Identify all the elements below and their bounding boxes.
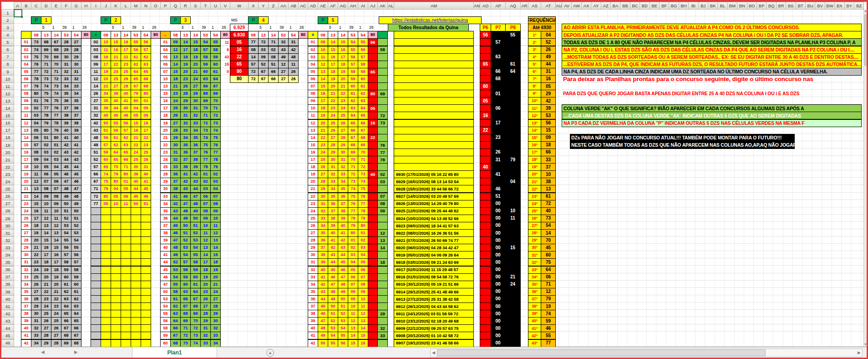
column-header-BN[interactable]: BN [737, 2, 747, 10]
p2-cell-empty[interactable] [101, 281, 111, 288]
p5-cell[interactable]: 75 [358, 185, 368, 193]
p7-cell[interactable]: 00 [491, 273, 505, 281]
p3-index[interactable]: 36 [160, 215, 171, 222]
p3-cell[interactable]: 27 [170, 119, 181, 127]
p5-index[interactable]: 22 [308, 193, 318, 200]
p1-cell[interactable]: 74 [31, 46, 41, 54]
p5-cell[interactable]: 21 [328, 90, 338, 97]
p2-cell[interactable]: 06 [121, 193, 131, 200]
p3-cell[interactable]: 33 [200, 339, 211, 347]
p5-cell[interactable]: 47 [318, 317, 328, 325]
p1-cell[interactable]: 14 [31, 193, 41, 200]
p5-cell[interactable]: 46 [338, 266, 348, 274]
p3-cell[interactable]: 14 [180, 38, 191, 46]
p2-cell-empty[interactable] [121, 339, 131, 347]
p2-cell-empty[interactable] [141, 339, 151, 347]
p2-cell-empty[interactable] [131, 273, 141, 281]
result-row-empty[interactable] [394, 68, 474, 76]
p5-green-flag[interactable]: 73 [377, 119, 388, 127]
p3-index[interactable]: 34 [160, 200, 171, 208]
p3-cell[interactable]: 20 [200, 281, 211, 288]
draw-ball[interactable]: 05 [230, 38, 249, 46]
p5-green-flag[interactable]: 77 [377, 149, 388, 156]
p2-cell-empty[interactable] [141, 288, 151, 296]
p5-cell[interactable]: 51 [338, 303, 348, 310]
p2-cell-empty[interactable] [121, 281, 131, 288]
p2-cell[interactable]: 11 [101, 46, 111, 54]
p5-cell[interactable]: 60 [358, 75, 368, 83]
p2-cell[interactable]: 67 [131, 82, 141, 90]
column-header-AZ[interactable]: AZ [601, 2, 611, 10]
p3-cell[interactable]: 60 [210, 61, 221, 68]
p1-cell[interactable]: 72 [41, 68, 51, 76]
p8-header[interactable]: P8 [505, 24, 521, 31]
p3-cell[interactable]: 06 [200, 193, 211, 200]
p2-cell-empty[interactable] [131, 288, 141, 296]
p3-cell[interactable]: 02 [210, 170, 221, 178]
p7-cell[interactable]: 00 [491, 236, 505, 244]
p3-gap-value[interactable]: 6 [220, 46, 230, 54]
p1-cell[interactable]: 46 [71, 178, 81, 185]
p3-cell[interactable]: 13 [210, 236, 221, 244]
row-header-15[interactable]: 15 [1, 112, 14, 119]
freq-rank[interactable]: 17ª [528, 149, 541, 156]
p3-cell[interactable]: 19 [180, 61, 191, 68]
p5-cell[interactable]: 28 [338, 134, 348, 142]
freq-rank[interactable]: 15ª [528, 134, 541, 142]
p4-cell[interactable]: 14 [248, 53, 259, 61]
p3-cell[interactable]: 74 [210, 127, 221, 134]
column-header-BJ[interactable]: BJ [698, 2, 708, 10]
p3-tick[interactable]: 39 [200, 24, 211, 31]
p3-index[interactable]: 16 [160, 97, 171, 105]
freq-value[interactable]: 56 [541, 119, 556, 127]
freq-rank[interactable]: 32ª [528, 258, 541, 266]
p1-index[interactable]: 36 [21, 295, 31, 303]
p3-cell[interactable]: 63 [200, 75, 211, 83]
column-header-AL[interactable]: AL [387, 2, 394, 10]
p5-cell[interactable]: 34 [318, 222, 328, 230]
p1-cell[interactable]: 73 [51, 82, 61, 90]
p5-cell[interactable]: 47 [328, 281, 338, 288]
column-header-K[interactable]: K [111, 2, 121, 10]
p5-cell[interactable]: 70 [358, 149, 368, 156]
p4-cell[interactable]: 57 [248, 61, 259, 68]
p5-green-flag[interactable]: 29 [377, 310, 388, 318]
column-header-BI[interactable]: BI [688, 2, 698, 10]
p3-cell[interactable]: 72 [200, 119, 211, 127]
p5-cell[interactable]: 40 [328, 229, 338, 237]
p3-cell[interactable]: 44 [190, 185, 201, 193]
p6-cell[interactable] [480, 207, 491, 215]
p6-cell[interactable] [480, 251, 491, 259]
p5-cell[interactable]: 74 [358, 178, 368, 185]
p3-label-num[interactable]: 3 [180, 16, 191, 24]
column-header-BL[interactable]: BL [717, 2, 727, 10]
p3-cell[interactable]: 11 [200, 229, 211, 237]
p5-index[interactable]: 19 [308, 170, 318, 178]
p5-red-flag[interactable] [368, 324, 378, 332]
freq-rank[interactable]: 2ª [528, 38, 541, 46]
column-header-I[interactable]: I [91, 2, 101, 10]
result-row[interactable]: 6919 (05/01/2026) 04 06 09 26 64 [394, 251, 474, 259]
p3-cell[interactable]: 64 [190, 288, 201, 296]
p3-cell[interactable]: 18 [200, 266, 211, 274]
p5-index[interactable]: 09 [308, 97, 318, 105]
p2-cell[interactable]: 45 [141, 185, 151, 193]
p5-green-flag[interactable]: 14 [377, 244, 388, 251]
freq-value[interactable]: 05 [541, 82, 556, 90]
p2-index-empty[interactable] [91, 288, 101, 296]
p5-cell[interactable]: 15 [318, 82, 328, 90]
p5-cell[interactable]: 11 [358, 303, 368, 310]
column-header-R[interactable]: R [180, 2, 191, 10]
p2-cell[interactable]: 65 [111, 156, 121, 164]
p5-cell[interactable]: 18 [318, 104, 328, 112]
p5-green-flag[interactable] [377, 295, 388, 303]
p5-cell[interactable]: 15 [338, 38, 348, 46]
p5-cell[interactable]: 57 [348, 61, 358, 68]
p3-cell[interactable]: 51 [190, 222, 201, 230]
result-row-empty[interactable] [394, 97, 474, 105]
freq-value[interactable]: 10 [541, 170, 556, 178]
column-header-AR[interactable]: AR [520, 2, 528, 10]
p5-cell[interactable]: 77 [348, 207, 358, 215]
p1-cell[interactable]: 49 [61, 193, 71, 200]
p2-index-empty[interactable] [91, 258, 101, 266]
